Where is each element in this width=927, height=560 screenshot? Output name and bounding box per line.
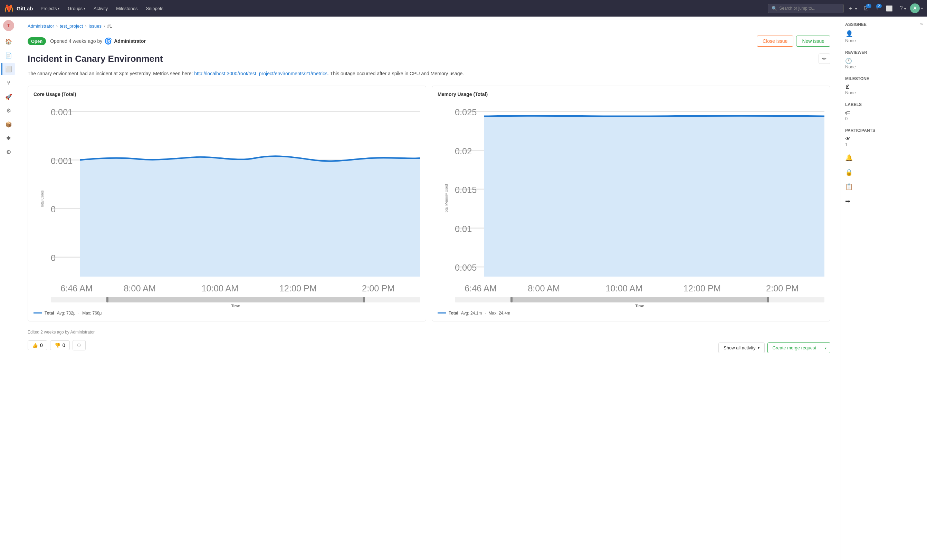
user-avatar[interactable]: A <box>910 3 920 13</box>
show-activity-label: Show all activity <box>723 345 755 351</box>
memory-chart-scrollbar[interactable] <box>455 297 824 302</box>
participants-count: 1 <box>845 142 923 147</box>
core-chart-svg: 0.001 0.001 0 0 6:46 AM 8:00 AM 10:00 AM… <box>51 101 420 297</box>
close-issue-button[interactable]: Close issue <box>757 36 793 47</box>
merge-requests-button[interactable]: ⑂ 2 <box>873 3 882 14</box>
body-link[interactable]: http://localhost:3000/root/test_project/… <box>194 71 327 76</box>
arrow-icon[interactable]: ➡ <box>845 197 923 205</box>
create-merge-request-button[interactable]: Create merge request <box>767 343 821 353</box>
nav-milestones[interactable]: Milestones <box>112 4 141 13</box>
reviewer-label: Reviewer <box>845 50 923 55</box>
new-item-button[interactable]: ＋ ▾ <box>845 3 859 14</box>
sidebar-item-mergerequests[interactable]: ⑂ <box>2 77 15 89</box>
chevron-down-icon: ▾ <box>904 7 906 11</box>
sidebar-item-issues[interactable]: ⬜ <box>2 63 15 75</box>
thumbs-up-button[interactable]: 👍 0 <box>27 340 47 350</box>
right-sidebar: « Assignee 👤 None Reviewer 🕐 None Milest… <box>840 17 927 560</box>
reviewer-section: Reviewer 🕐 None <box>845 50 923 70</box>
create-mr-dropdown-button[interactable]: ▾ <box>821 343 830 353</box>
thumbs-up-icon: 👍 <box>32 343 38 348</box>
issue-status-row: Open Opened 4 weeks ago by 🌀 Administrat… <box>27 37 146 45</box>
issue-action-buttons: Close issue New issue <box>757 36 830 47</box>
main-content: Administrator › test_project › Issues › … <box>17 17 840 560</box>
sidebar-item-settings[interactable]: ⚙ <box>2 146 15 158</box>
bell-icon[interactable]: 🔔 <box>845 154 923 162</box>
svg-text:0.005: 0.005 <box>455 263 477 273</box>
nav-groups[interactable]: Groups ▾ <box>64 4 89 13</box>
reactions-row: 👍 0 👎 0 ☺ <box>27 340 86 351</box>
breadcrumb-issue-number: #1 <box>107 23 112 29</box>
edit-issue-button[interactable]: ✏ <box>819 53 830 64</box>
search-icon: 🔍 <box>772 6 777 11</box>
thumbs-down-icon: 👎 <box>55 343 61 348</box>
memory-legend-label: Total <box>449 311 458 316</box>
breadcrumb-sep: › <box>103 23 105 29</box>
svg-text:0.001: 0.001 <box>51 107 73 117</box>
memory-chart-legend: Total Avg: 24.1m · Max: 24.4m <box>438 311 824 316</box>
svg-text:0.01: 0.01 <box>455 224 472 234</box>
core-chart-legend: Total Avg: 732μ · Max: 768μ <box>33 311 420 316</box>
nav-snippets[interactable]: Snippets <box>142 4 167 13</box>
labels-icon[interactable]: 🏷 <box>845 110 923 116</box>
participants-label: Participants <box>845 128 923 133</box>
activity-row: Show all activity ▾ Create merge request… <box>719 343 830 353</box>
nav-activity[interactable]: Activity <box>90 4 111 13</box>
sidebar-item-packages[interactable]: 📦 <box>2 118 15 131</box>
notifications-section: 🔔 <box>845 154 923 162</box>
legend-line-icon <box>438 313 446 314</box>
create-mr-button-group: Create merge request ▾ <box>767 343 830 353</box>
svg-text:0: 0 <box>51 253 56 263</box>
new-issue-button[interactable]: New issue <box>796 36 830 47</box>
svg-text:6:46 AM: 6:46 AM <box>61 284 93 293</box>
add-reaction-button[interactable]: ☺ <box>73 340 86 351</box>
search-bar[interactable]: 🔍 Search or jump to... <box>768 4 844 13</box>
core-x-axis-label: Time <box>51 304 420 308</box>
left-sidebar: T 🏠 📄 ⬜ ⑂ 🚀 ⚙ 📦 ✱ ⚙ <box>0 17 17 560</box>
chevron-down-icon: ▾ <box>84 6 85 11</box>
chevron-down-icon: ▾ <box>758 346 760 350</box>
copy-icon[interactable]: 📋 <box>845 183 923 191</box>
todo-badge: 5 <box>866 4 871 8</box>
collapse-sidebar-button[interactable]: « <box>920 21 923 26</box>
sidebar-item-cicd[interactable]: 🚀 <box>2 91 15 103</box>
legend-label: Total <box>44 311 54 316</box>
body-suffix: . This outage occurred after a spike in … <box>327 71 464 76</box>
breadcrumb-project[interactable]: test_project <box>60 23 83 29</box>
assignee-section: Assignee 👤 None <box>845 22 923 43</box>
thumbs-down-button[interactable]: 👎 0 <box>50 340 70 350</box>
lock-icon[interactable]: 🔒 <box>845 168 923 176</box>
memory-usage-chart: Memory Usage (Total) Total Memory Used 0… <box>432 86 830 321</box>
show-all-activity-button[interactable]: Show all activity ▾ <box>719 343 764 353</box>
chevron-down-icon: ▾ <box>921 6 923 11</box>
nav-projects[interactable]: Projects ▾ <box>37 4 63 13</box>
sidebar-item-home[interactable]: 🏠 <box>2 35 15 48</box>
milestone-label: Milestone <box>845 76 923 81</box>
assignee-icon[interactable]: 👤 <box>845 30 853 38</box>
svg-text:8:00 AM: 8:00 AM <box>124 284 156 293</box>
search-placeholder: Search or jump to... <box>779 6 815 11</box>
breadcrumb-admin[interactable]: Administrator <box>27 23 54 29</box>
sidebar-item-operations[interactable]: ⚙ <box>2 104 15 117</box>
memory-sep: · <box>485 311 486 316</box>
chevron-down-icon: ▾ <box>855 7 857 11</box>
help-button[interactable]: ? ▾ <box>897 3 909 14</box>
gitlab-logo[interactable]: GitLab <box>4 3 33 13</box>
reviewer-icon[interactable]: 🕐 <box>845 58 923 64</box>
assignee-label: Assignee <box>845 22 923 27</box>
breadcrumb-sep: › <box>85 23 87 29</box>
issue-title: Incident in Canary Environment <box>27 53 163 64</box>
author-name: Administrator <box>114 38 146 44</box>
core-chart-scrollbar[interactable] <box>51 297 420 302</box>
issues-button[interactable]: ⬜ <box>883 3 895 14</box>
sidebar-item-sourcegraph[interactable]: ✱ <box>2 132 15 144</box>
issue-title-row: Incident in Canary Environment ✏ <box>27 53 830 64</box>
milestone-section: Milestone 🗓 None <box>845 76 923 95</box>
reactions-activity-row: 👍 0 👎 0 ☺ Show all activity ▾ Create mer… <box>27 340 830 356</box>
todo-button[interactable]: ☑ 5 <box>861 3 871 14</box>
core-y-axis-label: Total Cores <box>40 190 44 208</box>
milestone-icon[interactable]: 🗓 <box>845 84 923 90</box>
top-navigation: GitLab Projects ▾ Groups ▾ Activity Mile… <box>0 0 927 17</box>
breadcrumb-issues[interactable]: Issues <box>88 23 102 29</box>
sidebar-item-repository[interactable]: 📄 <box>2 49 15 61</box>
core-sep: · <box>78 311 79 316</box>
